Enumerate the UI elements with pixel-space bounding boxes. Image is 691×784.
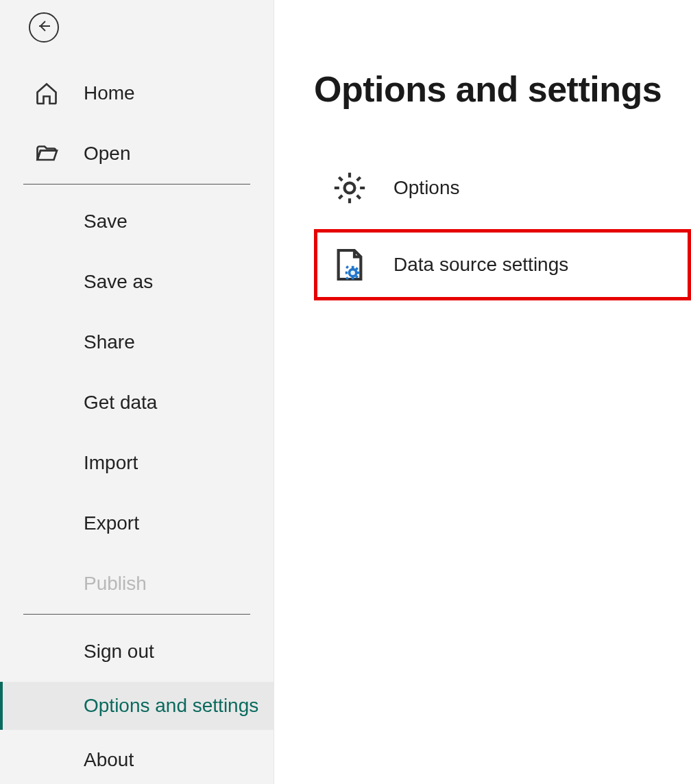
- sidebar-item-label: Import: [84, 452, 274, 474]
- option-options[interactable]: Options: [314, 152, 691, 224]
- sidebar-item-get-data[interactable]: Get data: [0, 372, 274, 433]
- folder-open-icon: [34, 141, 59, 166]
- home-icon: [34, 81, 59, 106]
- sidebar-item-share[interactable]: Share: [0, 312, 274, 372]
- sidebar-item-label: Save: [84, 211, 274, 233]
- sidebar-item-options-and-settings[interactable]: Options and settings: [0, 682, 274, 730]
- divider: [23, 184, 250, 185]
- sidebar-item-label: Publish: [84, 573, 274, 595]
- divider: [23, 614, 250, 615]
- sidebar-item-label: About: [84, 749, 274, 771]
- sidebar-item-save[interactable]: Save: [0, 191, 274, 252]
- sidebar-item-export[interactable]: Export: [0, 493, 274, 554]
- sidebar-item-open[interactable]: Open: [0, 123, 274, 184]
- gear-icon: [330, 169, 369, 207]
- data-source-icon: [330, 246, 369, 284]
- arrow-left-icon: [36, 18, 52, 37]
- sidebar-item-about[interactable]: About: [0, 730, 274, 784]
- back-button[interactable]: [29, 12, 59, 43]
- option-label: Options: [393, 177, 460, 199]
- sidebar-item-sign-out[interactable]: Sign out: [0, 621, 274, 682]
- sidebar-item-home[interactable]: Home: [0, 63, 274, 123]
- sidebar-item-label: Options and settings: [84, 693, 274, 719]
- svg-point-1: [350, 270, 356, 276]
- page-title: Options and settings: [314, 69, 691, 110]
- sidebar-item-publish: Publish: [0, 554, 274, 614]
- sidebar-item-save-as[interactable]: Save as: [0, 252, 274, 312]
- sidebar-item-label: Open: [84, 143, 274, 165]
- sidebar-item-import[interactable]: Import: [0, 433, 274, 493]
- sidebar: Home Open Save Save as Share Get data Im…: [0, 0, 274, 784]
- option-label: Data source settings: [393, 254, 568, 276]
- sidebar-item-label: Get data: [84, 392, 274, 414]
- sidebar-item-label: Sign out: [84, 641, 274, 663]
- main-content: Options and settings Options Data source…: [274, 0, 691, 784]
- sidebar-item-label: Home: [84, 82, 274, 104]
- option-data-source-settings[interactable]: Data source settings: [314, 229, 691, 300]
- sidebar-item-label: Save as: [84, 271, 274, 293]
- svg-point-0: [345, 183, 355, 193]
- sidebar-item-label: Export: [84, 512, 274, 534]
- sidebar-item-label: Share: [84, 331, 274, 353]
